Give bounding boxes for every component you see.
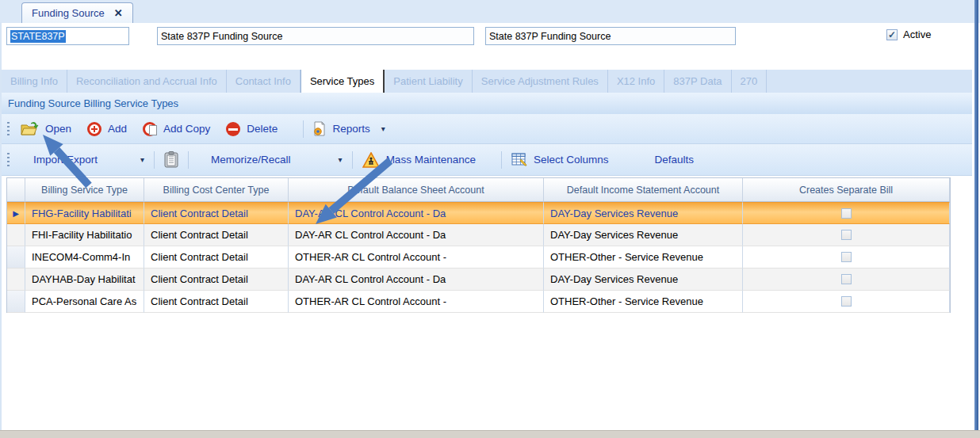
open-label: Open: [45, 123, 71, 135]
delete-label: Delete: [247, 123, 278, 135]
table-row[interactable]: PCA-Personal Care As Client Contract Det…: [7, 291, 950, 313]
cell-default-balance-sheet-account: DAY-AR CL Control Account - Da: [289, 224, 544, 246]
open-button[interactable]: Open: [21, 121, 71, 136]
active-label: Active: [903, 29, 931, 40]
column-header-default-income-statement-account[interactable]: Default Income Statement Account: [544, 178, 743, 202]
cell-default-income-statement-account: DAY-Day Services Revenue: [544, 269, 743, 291]
name-field-text: State 837P Funding Source: [161, 31, 282, 42]
reports-button[interactable]: Reports ▾: [313, 121, 385, 136]
row-selector-cell[interactable]: ▶: [7, 202, 25, 224]
window-right-border: [974, 0, 978, 430]
toolbar-separator: [154, 151, 155, 169]
active-checkbox-group: ✓ Active: [886, 29, 931, 40]
toolbar-separator: [501, 151, 502, 169]
row-selector-cell[interactable]: [7, 246, 25, 269]
toolbar-grip[interactable]: [7, 153, 10, 167]
active-checkbox[interactable]: ✓: [886, 29, 898, 40]
cell-creates-separate-bill: [743, 202, 950, 224]
creates-separate-bill-checkbox[interactable]: [841, 252, 852, 262]
table-row[interactable]: DAYHAB-Day Habilitat Client Contract Det…: [7, 269, 950, 291]
select-columns-button[interactable]: Select Columns: [511, 153, 609, 167]
cell-default-balance-sheet-account: DAY-AR CL Control Account - Da: [289, 269, 544, 291]
memorize-recall-caret-icon: ▾: [339, 155, 343, 164]
funding-source-description-field[interactable]: State 837P Funding Source: [485, 27, 736, 45]
add-copy-button[interactable]: Add Copy: [143, 122, 210, 136]
service-types-grid: Billing Service Type Billing Cost Center…: [6, 177, 951, 313]
record-toolbar: Open Add Add Copy Delete Reports: [2, 114, 972, 144]
tab-patient-liability[interactable]: Patient Liability: [385, 70, 472, 93]
cell-creates-separate-bill: [743, 269, 950, 291]
funding-source-code-input[interactable]: STATE837P: [6, 27, 129, 45]
cell-billing-cost-center-type: Client Contract Detail: [144, 291, 289, 313]
close-icon[interactable]: ✕: [114, 7, 123, 19]
column-header-default-balance-sheet-account[interactable]: Default Balance Sheet Account: [289, 178, 544, 202]
creates-separate-bill-checkbox[interactable]: [841, 296, 852, 307]
toolbar-separator: [303, 120, 304, 138]
document-tab-funding-source[interactable]: Funding Source ✕: [21, 2, 133, 23]
creates-separate-bill-checkbox[interactable]: [841, 274, 852, 284]
cell-default-income-statement-account: OTHER-Other - Service Revenue: [544, 291, 743, 313]
paste-button[interactable]: [164, 151, 178, 168]
row-selector-cell[interactable]: [7, 291, 25, 313]
table-columns-icon: [511, 153, 527, 167]
table-row[interactable]: FHI-Facility Habilitatio Client Contract…: [7, 224, 950, 246]
tab-service-types[interactable]: Service Types: [301, 70, 385, 93]
grid-toolbar: Import/Export ▾ Memorize/Recall ▾: [2, 144, 972, 176]
mass-maintenance-label: Mass Maintenance: [386, 154, 476, 166]
cell-billing-cost-center-type: Client Contract Detail: [144, 246, 289, 269]
cell-billing-cost-center-type: Client Contract Detail: [144, 224, 289, 246]
import-export-button[interactable]: Import/Export ▾: [33, 154, 144, 166]
document-tab-strip: [0, 0, 980, 23]
cell-creates-separate-bill: [743, 291, 950, 313]
creates-separate-bill-checkbox[interactable]: [841, 230, 852, 240]
defaults-label: Defaults: [654, 154, 694, 166]
tab-contact-info[interactable]: Contact Info: [227, 70, 301, 93]
mass-maintenance-button[interactable]: Mass Maintenance: [362, 152, 476, 168]
column-header-creates-separate-bill[interactable]: Creates Separate Bill: [743, 178, 950, 202]
column-header-billing-service-type[interactable]: Billing Service Type: [25, 178, 144, 202]
cell-billing-cost-center-type: Client Contract Detail: [144, 202, 289, 224]
add-icon: [87, 122, 101, 136]
reports-icon: [313, 121, 326, 136]
table-row[interactable]: ▶ FHG-Facility Habilitati Client Contrac…: [7, 202, 950, 224]
cell-billing-service-type: FHG-Facility Habilitati: [25, 202, 144, 224]
row-selector-cell[interactable]: [7, 269, 25, 291]
table-row[interactable]: INECOM4-Comm4-In Client Contract Detail …: [7, 246, 950, 269]
delete-icon: [226, 122, 240, 136]
open-folder-icon: [21, 121, 39, 136]
cell-billing-service-type: FHI-Facility Habilitatio: [25, 224, 144, 246]
creates-separate-bill-checkbox[interactable]: [841, 208, 852, 219]
memorize-recall-label: Memorize/Recall: [211, 154, 291, 166]
row-selector-header[interactable]: [7, 178, 25, 202]
clipboard-icon: [164, 151, 178, 168]
add-label: Add: [108, 123, 127, 135]
add-copy-label: Add Copy: [163, 123, 210, 135]
cell-default-income-statement-account: DAY-Day Services Revenue: [544, 224, 743, 246]
tab-service-adjustment-rules[interactable]: Service Adjustment Rules: [473, 70, 608, 93]
toolbar-grip[interactable]: [7, 122, 10, 136]
row-selector-cell[interactable]: [7, 224, 25, 246]
funding-source-name-field[interactable]: State 837P Funding Source: [157, 27, 474, 45]
add-button[interactable]: Add: [87, 122, 127, 136]
tab-reconciliation-accrual-info[interactable]: Reconciliation and Accrual Info: [67, 70, 227, 93]
cell-default-income-statement-account: DAY-Day Services Revenue: [544, 202, 743, 224]
import-export-caret-icon: ▾: [140, 155, 144, 164]
section-title: Funding Source Billing Service Types: [8, 97, 178, 109]
cell-billing-service-type: DAYHAB-Day Habilitat: [25, 269, 144, 291]
cell-creates-separate-bill: [743, 246, 950, 269]
delete-button[interactable]: Delete: [226, 122, 278, 136]
cell-default-balance-sheet-account: OTHER-AR CL Control Account -: [289, 291, 544, 313]
tab-837p-data[interactable]: 837P Data: [664, 70, 731, 93]
app-window: Funding Source ✕ STATE837P State 837P Fu…: [0, 0, 980, 438]
window-left-border: [0, 22, 2, 430]
memorize-recall-button[interactable]: Memorize/Recall ▾: [211, 154, 343, 166]
tab-x12-info[interactable]: X12 Info: [608, 70, 664, 93]
cell-default-balance-sheet-account: DAY-AR CL Control Account - Da: [289, 202, 544, 224]
tab-270[interactable]: 270: [732, 70, 768, 93]
reports-label: Reports: [332, 123, 369, 135]
description-field-text: State 837P Funding Source: [489, 31, 611, 42]
tab-billing-info[interactable]: Billing Info: [2, 70, 67, 93]
defaults-button[interactable]: Defaults: [654, 154, 694, 166]
cell-creates-separate-bill: [743, 224, 950, 246]
column-header-billing-cost-center-type[interactable]: Billing Cost Center Type: [144, 178, 289, 202]
